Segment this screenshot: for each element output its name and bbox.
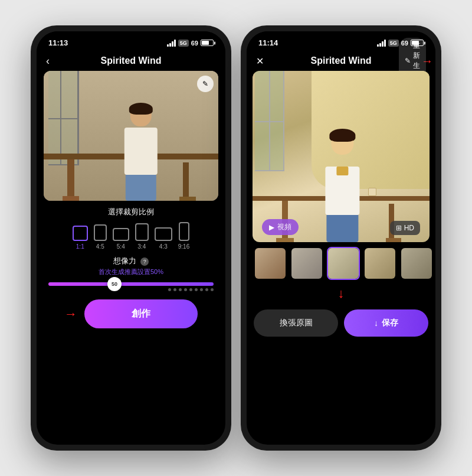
signal-icon-2 xyxy=(377,40,386,47)
nav-title-1: Spirited Wind xyxy=(101,56,162,66)
5g-badge-1: 5G xyxy=(178,40,189,47)
crop-label-9x16: 9:16 xyxy=(178,243,189,250)
5g-badge-2: 5G xyxy=(388,40,399,47)
result-image: ▶ 視頻 ⊞ HD xyxy=(253,71,430,242)
save-button[interactable]: ↓ 保存 xyxy=(344,309,428,337)
crop-box-4x5 xyxy=(94,224,107,241)
nav-bar-1: ‹ Spirited Wind xyxy=(37,51,225,71)
imagination-subtitle: 首次生成推薦設置50% xyxy=(46,268,216,276)
crop-box-1x1 xyxy=(73,226,88,241)
crop-box-4x3 xyxy=(155,227,172,241)
imagination-title: 想像力 ? xyxy=(46,256,216,266)
create-btn-area: → 創作 xyxy=(46,299,216,328)
status-icons-1: 5G 69 xyxy=(167,40,214,47)
create-button[interactable]: 創作 xyxy=(84,299,198,328)
crop-section: 選擇裁剪比例 1:1 4:5 5:4 xyxy=(46,207,216,250)
thumbnail-4[interactable] xyxy=(363,247,396,280)
crop-label-4x3: 4:3 xyxy=(159,243,168,250)
anime-illustration xyxy=(253,71,430,242)
download-icon: ↓ xyxy=(374,318,378,328)
hd-icon: ⊞ xyxy=(396,224,402,232)
change-photo-button[interactable]: 換張原圖 xyxy=(254,309,338,337)
crop-option-3x4[interactable]: 3:4 xyxy=(135,223,149,250)
crop-option-1x1[interactable]: 1:1 xyxy=(73,226,88,250)
crop-option-4x5[interactable]: 4:5 xyxy=(94,224,107,250)
phone-2-screen: 11:14 5G 69 ✕ xyxy=(247,31,435,445)
signal-icon-1 xyxy=(167,40,176,47)
slider-thumb[interactable]: 50 xyxy=(107,277,122,291)
original-photo: ✎ xyxy=(44,71,218,201)
phones-container: 11:13 5G 69 ‹ xyxy=(19,14,453,462)
crop-box-3x4 xyxy=(135,223,149,241)
thumbnail-3[interactable] xyxy=(327,247,360,280)
slider-dots xyxy=(48,288,214,291)
crop-label-4x5: 4:5 xyxy=(96,243,104,250)
help-icon[interactable]: ? xyxy=(140,257,149,266)
video-badge[interactable]: ▶ 視頻 xyxy=(262,219,299,235)
thumbnail-2[interactable] xyxy=(290,247,323,280)
thumbnail-strip xyxy=(247,242,435,285)
red-arrow-left: → xyxy=(64,307,77,322)
close-button[interactable]: ✕ xyxy=(256,56,264,67)
hd-badge[interactable]: ⊞ HD xyxy=(390,221,420,235)
crop-option-4x3[interactable]: 4:3 xyxy=(155,227,172,250)
back-button[interactable]: ‹ xyxy=(46,55,50,67)
crop-box-5x4 xyxy=(113,228,129,241)
arrow-down-area: ↓ xyxy=(247,285,435,304)
battery-num-1: 69 xyxy=(191,40,198,47)
slider-container[interactable]: 50 xyxy=(46,282,216,291)
crop-options: 1:1 4:5 5:4 3:4 xyxy=(46,222,216,250)
imagination-section: 想像力 ? 首次生成推薦設置50% 50 xyxy=(46,256,216,291)
red-arrow-down: ↓ xyxy=(338,286,345,301)
thumbnail-1[interactable] xyxy=(254,247,287,280)
crop-option-9x16[interactable]: 9:16 xyxy=(178,222,189,250)
time-2: 11:14 xyxy=(258,38,278,47)
crop-box-9x16 xyxy=(179,222,189,241)
edit-icon: ✎ xyxy=(405,57,411,65)
play-icon: ▶ xyxy=(269,223,274,232)
crop-label-1x1: 1:1 xyxy=(76,243,84,250)
phone-2: 11:14 5G 69 ✕ xyxy=(241,25,441,451)
bottom-actions: 換張原圖 ↓ 保存 xyxy=(247,304,435,346)
photo-container-1: ✎ xyxy=(44,71,218,201)
crop-label-3x4: 3:4 xyxy=(137,243,146,250)
crop-option-5x4[interactable]: 5:4 xyxy=(113,228,129,250)
crop-title: 選擇裁剪比例 xyxy=(46,207,216,217)
nav-bar-2: ✕ Spirited Wind → ✎ 重新生成 xyxy=(247,51,435,71)
thumbnail-5[interactable] xyxy=(400,247,433,280)
status-bar-1: 11:13 5G 69 xyxy=(37,31,225,51)
time-1: 11:13 xyxy=(48,38,68,47)
crop-label-5x4: 5:4 xyxy=(117,243,125,250)
regen-area: → ✎ 重新生成 xyxy=(421,54,433,68)
phone-1-screen: 11:13 5G 69 ‹ xyxy=(37,31,225,445)
photo-edit-button[interactable]: ✎ xyxy=(197,76,214,92)
controls-area: 選擇裁剪比例 1:1 4:5 5:4 xyxy=(37,201,225,445)
slider-track: 50 xyxy=(48,282,214,286)
phone-1: 11:13 5G 69 ‹ xyxy=(31,25,231,451)
battery-icon-1 xyxy=(201,40,214,46)
nav-title-2: Spirited Wind xyxy=(311,56,372,66)
